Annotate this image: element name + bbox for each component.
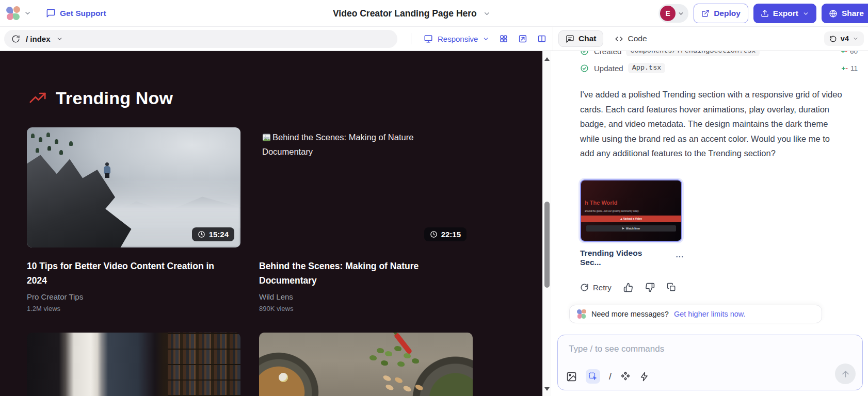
- toolbar: / index Responsive Chat: [0, 27, 868, 51]
- file-action: Updated: [594, 64, 623, 73]
- chat-bubble-icon: [566, 35, 574, 43]
- file-change-row: Updated App.tsx +-11: [580, 61, 858, 75]
- section-title: Trending Now: [56, 88, 173, 108]
- video-card[interactable]: Behind the Scenes: Making of Nature Docu…: [259, 127, 473, 312]
- deploy-button[interactable]: Deploy: [694, 4, 748, 23]
- app-logo-icon: [577, 309, 586, 319]
- artifact-label[interactable]: Trending Videos Sec...: [580, 249, 665, 267]
- file-name-chip[interactable]: components/TrendingSection.tsx: [626, 51, 760, 56]
- get-support-link[interactable]: Get Support: [46, 8, 106, 18]
- thumbs-down-icon[interactable]: [645, 283, 655, 292]
- export-label: Export: [773, 9, 798, 18]
- select-element-tool[interactable]: [586, 369, 600, 384]
- split-view-icon[interactable]: [537, 34, 546, 43]
- top-bar: Get Support Video Creator Landing Page H…: [0, 0, 868, 27]
- account-menu[interactable]: E: [658, 4, 688, 23]
- project-title: Video Creator Landing Page Hero: [333, 8, 477, 19]
- diff-counts: +-60: [841, 51, 858, 55]
- version-label: v4: [841, 35, 849, 43]
- divider: [411, 33, 411, 44]
- chili-decoration: [393, 333, 412, 355]
- ellipsis-menu-icon[interactable]: [675, 252, 684, 263]
- topbar-actions: E Deploy Export Share: [658, 0, 868, 27]
- thumb-heading: h The World: [585, 200, 617, 206]
- open-in-new-window-icon[interactable]: [518, 34, 527, 43]
- duration-badge: 22:15: [424, 227, 467, 241]
- video-thumbnail[interactable]: 15:24: [27, 127, 240, 248]
- send-button[interactable]: [835, 364, 856, 384]
- broken-image-icon: [262, 133, 271, 142]
- export-button[interactable]: Export: [753, 4, 816, 23]
- integrations-icon[interactable]: [620, 371, 631, 382]
- video-title: Behind the Scenes: Making of Nature Docu…: [259, 259, 465, 288]
- panel-header: Chat Code v4: [553, 27, 868, 51]
- external-link-icon: [701, 9, 710, 18]
- get-higher-limits-link[interactable]: Get higher limits now.: [674, 310, 746, 318]
- app-logo-icon: [6, 6, 20, 20]
- video-channel: Pro Creator Tips: [27, 292, 240, 301]
- artifact-card[interactable]: h The World around the globe. Join our g…: [580, 179, 684, 267]
- responsive-mode-select[interactable]: Responsive: [424, 34, 489, 43]
- tab-chat[interactable]: Chat: [558, 30, 603, 47]
- tab-code[interactable]: Code: [615, 34, 647, 43]
- file-change-row: Created components/TrendingSection.tsx +…: [580, 51, 858, 58]
- artifact-label-row: Trending Videos Sec...: [580, 249, 684, 267]
- herbs-decoration: [377, 348, 384, 353]
- attach-image-icon[interactable]: [566, 371, 577, 382]
- components-icon[interactable]: [499, 34, 508, 43]
- chat-bubble-icon: [46, 8, 56, 18]
- chevron-down-icon[interactable]: [56, 36, 63, 42]
- topbar-left: Get Support: [0, 6, 106, 20]
- get-support-label: Get Support: [60, 9, 106, 18]
- trees-decoration: [31, 134, 35, 138]
- file-name-chip[interactable]: App.tsx: [628, 63, 666, 73]
- lightning-icon[interactable]: [639, 372, 649, 382]
- responsive-label: Responsive: [438, 35, 478, 43]
- chevron-down-icon: [483, 36, 489, 42]
- workspace-menu-chevron-icon[interactable]: [24, 9, 31, 17]
- deploy-label: Deploy: [714, 9, 741, 18]
- cashews-decoration: [382, 374, 392, 382]
- route-path[interactable]: / index: [26, 35, 51, 43]
- chevron-down-icon: [678, 10, 684, 17]
- share-label: Share: [842, 9, 864, 18]
- history-icon: [829, 35, 837, 43]
- refresh-icon[interactable]: [11, 35, 20, 43]
- file-action: Created: [594, 51, 621, 56]
- thumb-subtext: around the globe. Join our growing commu…: [585, 210, 639, 212]
- main-area: Trending Now 15:24: [0, 51, 868, 396]
- plate-left-decoration: [259, 341, 330, 396]
- video-card[interactable]: 15:24 10 Tips for Better Video Content C…: [27, 127, 240, 312]
- chat-input[interactable]: [569, 344, 785, 354]
- video-thumbnail[interactable]: [27, 333, 240, 396]
- chevron-down-icon: [802, 10, 809, 17]
- message-actions-row: Retry: [580, 283, 858, 292]
- preview-scrollbar[interactable]: [542, 51, 551, 396]
- clock-icon: [430, 230, 438, 238]
- preview-url-bar[interactable]: / index: [4, 30, 397, 48]
- video-cards-row-partial: [27, 333, 473, 396]
- thumbs-up-icon[interactable]: [623, 283, 633, 292]
- artifact-thumbnail[interactable]: h The World around the globe. Join our g…: [580, 179, 682, 242]
- video-thumbnail-broken[interactable]: Behind the Scenes: Making of Nature Docu…: [259, 127, 473, 248]
- version-select[interactable]: v4: [824, 31, 864, 46]
- clock-icon: [198, 230, 205, 238]
- project-title-menu[interactable]: Video Creator Landing Page Hero: [333, 0, 491, 27]
- diff-counts: +-11: [842, 64, 858, 72]
- slash-command-button[interactable]: /: [609, 371, 612, 382]
- share-button[interactable]: Share: [822, 4, 868, 23]
- avatar: E: [660, 6, 676, 21]
- copy-icon[interactable]: [667, 283, 676, 292]
- broken-image-alt: Behind the Scenes: Making of Nature Docu…: [259, 127, 439, 159]
- select-area-icon: [588, 372, 598, 381]
- chevron-down-icon: [853, 36, 859, 42]
- check-circle-icon: [580, 64, 589, 73]
- scroll-up-arrow[interactable]: [544, 57, 550, 61]
- chevron-down-icon: [483, 10, 491, 18]
- chat-composer[interactable]: /: [557, 335, 863, 390]
- video-thumbnail[interactable]: [259, 333, 473, 396]
- scroll-down-arrow[interactable]: [544, 387, 550, 391]
- retry-button[interactable]: Retry: [580, 283, 612, 292]
- scrollbar-thumb[interactable]: [544, 202, 550, 288]
- alt-text: Behind the Scenes: Making of Nature Docu…: [262, 133, 413, 156]
